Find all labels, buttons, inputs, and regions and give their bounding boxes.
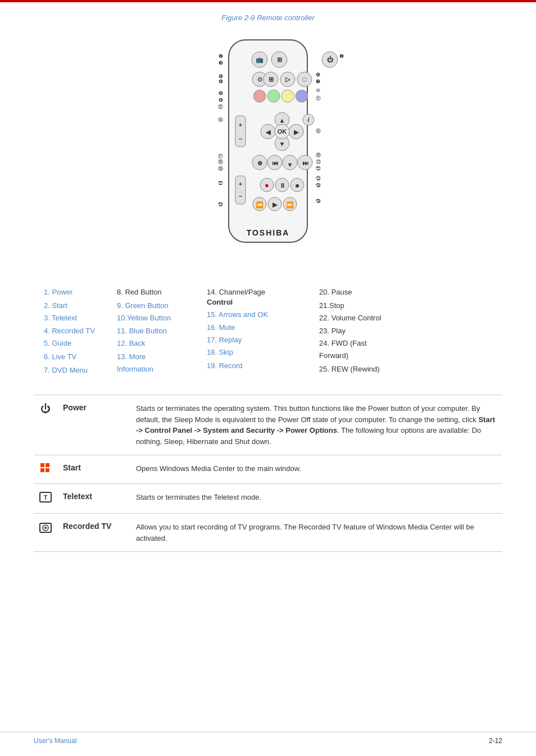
recorded-tv-name: Recorded TV — [57, 514, 130, 552]
recorded-tv-desc: Allows you to start recording of TV prog… — [130, 514, 502, 552]
teletext-icon: T — [39, 495, 52, 505]
start-desc: Opens Windows Media Center to the main w… — [130, 455, 502, 484]
power-row: ⏻ Power Starts or terminates the operati… — [34, 395, 502, 455]
legend-col-1: 1. Power 2. Start 3. Teletext 4. Recorde… — [39, 287, 112, 378]
legend-item: 4. Recorded TV — [44, 326, 108, 336]
legend-item: 11. Blue Button — [117, 326, 198, 336]
svg-text:㉓: ㉓ — [316, 176, 321, 182]
legend-item: 17. Replay — [207, 335, 310, 345]
svg-text:T: T — [44, 495, 47, 501]
svg-text:㉔: ㉔ — [316, 198, 321, 204]
legend-item: 12. Back — [117, 338, 198, 348]
legend-item: 20. Pause — [319, 287, 400, 297]
figure-caption: Figure 2-9 Remote controller — [34, 13, 502, 22]
legend-item-arrows-ok: 15. Arrows and OK — [207, 310, 310, 320]
legend-col-3: 14. Channel/PageControl 15. Arrows and O… — [202, 287, 315, 378]
svg-point-28 — [267, 90, 280, 102]
power-name: Power — [57, 395, 130, 455]
recorded-tv-icon-cell — [34, 514, 57, 552]
svg-text:⊛: ⊛ — [257, 160, 262, 166]
svg-text:▲: ▲ — [279, 117, 285, 124]
description-table: ⏻ Power Starts or terminates the operati… — [34, 395, 502, 552]
legend-item: 7. DVD Menu — [44, 365, 108, 375]
start-name: Start — [57, 455, 130, 484]
svg-text:⑳: ⑳ — [316, 159, 321, 165]
legend-item: 3. Teletext — [44, 313, 108, 323]
legend-item: 22. Volume Control — [319, 313, 400, 323]
svg-text:⏻: ⏻ — [327, 56, 333, 63]
footer-left: User's Manual — [34, 737, 76, 745]
svg-text:⏸: ⏸ — [279, 182, 285, 189]
teletext-desc: Starts or terminates the Teletext mode. — [130, 484, 502, 514]
remote-controller-figure: ⏻ ❶ 📺 ⊞ ❷ ❸ ⊙ ⊞ ▷ □ ❻ ❹ ❻ — [34, 29, 502, 270]
recorded-tv-row: Recorded TV Allows you to start recordin… — [34, 514, 502, 552]
svg-text:⑲: ⑲ — [218, 166, 223, 171]
legend-col-4: 20. Pause 21.Stop 22. Volume Control 23.… — [315, 287, 405, 378]
legend-item: 25. REW (Rewind) — [319, 364, 400, 374]
svg-text:▼: ▼ — [287, 161, 293, 168]
svg-text:−: − — [239, 135, 242, 142]
svg-text:❻: ❻ — [316, 72, 320, 78]
page-footer: User's Manual 2-12 — [0, 732, 536, 745]
start-icon-cell — [34, 455, 57, 484]
svg-text:■: ■ — [296, 182, 299, 189]
teletext-icon-cell: T — [34, 484, 57, 514]
svg-text:❶: ❶ — [339, 53, 344, 59]
svg-text:❾: ❾ — [219, 90, 223, 96]
start-row: Start Opens Windows Media Center to the … — [34, 455, 502, 484]
svg-text:⑮: ⑮ — [316, 128, 321, 134]
svg-text:㉔: ㉔ — [316, 183, 321, 188]
svg-rect-86 — [46, 468, 49, 472]
svg-text:●: ● — [265, 181, 269, 189]
svg-text:⑭: ⑭ — [218, 117, 223, 123]
start-icon — [40, 463, 51, 473]
svg-text:OK: OK — [278, 128, 287, 135]
legend-item: 14. Channel/PageControl — [207, 287, 310, 307]
svg-text:㉑: ㉑ — [316, 166, 321, 171]
teletext-name: Teletext — [57, 484, 130, 514]
svg-rect-83 — [40, 463, 44, 467]
legend-col-2: 8. Red Button 9. Green Button 10.Yellow … — [112, 287, 202, 378]
legend-item: 24. FWD (Fast — [319, 338, 400, 348]
legend-item: 13. More — [117, 352, 198, 362]
svg-text:⑪: ⑪ — [316, 96, 321, 101]
svg-text:◀: ◀ — [265, 129, 271, 135]
legend-item: 10.Yellow Button — [117, 313, 198, 323]
svg-text:⊙: ⊙ — [257, 76, 262, 83]
legend-section: 1. Power 2. Start 3. Teletext 4. Recorde… — [34, 287, 502, 378]
power-desc: Starts or terminates the operating syste… — [130, 395, 502, 455]
legend-item: 8. Red Button — [117, 287, 198, 297]
svg-text:⏭: ⏭ — [302, 160, 308, 166]
svg-point-29 — [281, 90, 294, 102]
svg-text:㉕: ㉕ — [218, 202, 223, 207]
svg-text:❷: ❷ — [219, 53, 223, 59]
legend-item: 9. Green Button — [117, 301, 198, 311]
teletext-row: T Teletext Starts or terminates the Tele… — [34, 484, 502, 514]
legend-item: Forward) — [319, 351, 400, 361]
legend-item: 6. Live TV — [44, 352, 108, 362]
legend-item: 2. Start — [44, 301, 108, 311]
svg-text:+: + — [239, 180, 242, 187]
svg-text:⑰: ⑰ — [218, 153, 223, 159]
svg-text:□: □ — [303, 76, 307, 83]
svg-text:TOSHIBA: TOSHIBA — [247, 228, 290, 237]
legend-item: 21.Stop — [319, 301, 400, 311]
svg-text:⊞: ⊞ — [277, 56, 282, 63]
svg-text:+: + — [239, 121, 242, 128]
svg-text:㉒: ㉒ — [218, 180, 223, 186]
svg-text:❸: ❸ — [219, 60, 223, 66]
svg-text:❼: ❼ — [316, 79, 320, 84]
legend-item: 18. Skip — [207, 347, 310, 357]
svg-text:⑫: ⑫ — [218, 104, 223, 110]
svg-rect-85 — [40, 468, 44, 472]
svg-text:⑱: ⑱ — [316, 152, 321, 158]
svg-text:⊞: ⊞ — [269, 76, 274, 83]
svg-text:▼: ▼ — [279, 141, 285, 147]
power-icon-cell: ⏻ — [34, 395, 57, 455]
legend-item: 1. Power — [44, 287, 108, 297]
svg-rect-84 — [46, 463, 49, 467]
svg-text:⏮: ⏮ — [272, 160, 278, 166]
svg-text:❹: ❹ — [219, 79, 223, 84]
remote-svg: ⏻ ❶ 📺 ⊞ ❷ ❸ ⊙ ⊞ ▷ □ ❻ ❹ ❻ — [150, 29, 386, 270]
recorded-tv-icon — [39, 526, 52, 536]
